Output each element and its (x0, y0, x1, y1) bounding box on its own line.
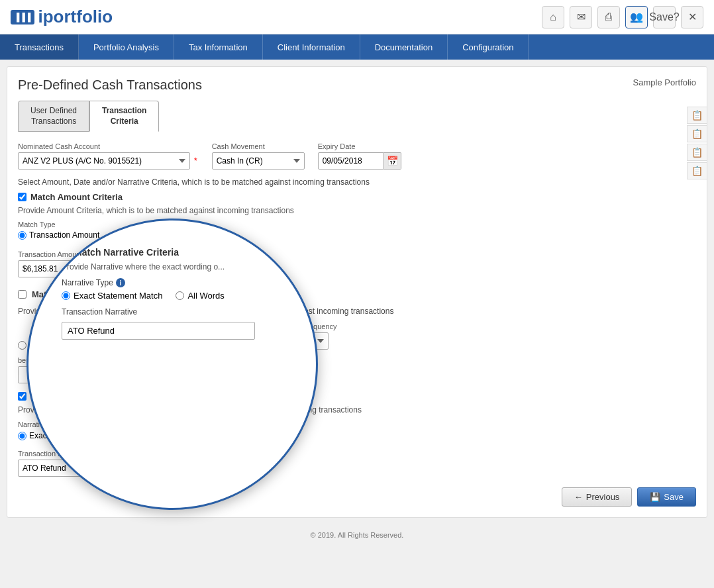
close-icon: ✕ (688, 11, 697, 23)
radio-transaction-amount-text: Transaction Amount (29, 230, 99, 240)
print-icon: ⎙ (605, 11, 612, 23)
close-button[interactable]: ✕ (681, 6, 703, 28)
mag-match-narrative-text: Provide Narrative where the exact wordin… (62, 261, 289, 273)
match-amount-checkbox[interactable] (18, 193, 26, 201)
help-button[interactable]: Save ? (653, 6, 676, 28)
help-text: ? (674, 11, 680, 23)
nominated-account-label: Nominated Cash Account (18, 142, 199, 150)
nav-portfolio-analysis[interactable]: Portfolio Analysis (79, 34, 174, 60)
mag-radio-all-words[interactable] (176, 291, 184, 300)
cash-movement-select[interactable]: Cash In (CR) (212, 152, 305, 170)
nav-configuration[interactable]: Configuration (448, 34, 529, 60)
form-row-1: Nominated Cash Account ANZ V2 PLUS (A/C … (18, 142, 696, 170)
help-icon: Save (649, 11, 673, 23)
doc-icon-4: 📋 (691, 166, 703, 176)
calendar-icon: 📅 (387, 156, 398, 166)
sidebar-doc-3[interactable]: 📋 (687, 144, 707, 161)
home-button[interactable]: ⌂ (542, 6, 564, 28)
radio-transaction-amount[interactable] (18, 231, 26, 240)
mag-narrative-type-info[interactable]: i (116, 278, 125, 287)
expiry-date-group: Expiry Date 📅 (318, 142, 401, 170)
nav-transactions[interactable]: Transactions (0, 34, 79, 60)
mag-narrative-type-label-wrap: Narrative Type i (62, 278, 289, 287)
nav-client-information[interactable]: Client Information (263, 34, 360, 60)
cash-movement-label: Cash Movement (212, 142, 305, 150)
mag-match-narrative-title: Match Narrative Criteria (74, 247, 179, 258)
page-header: Pre-Defined Cash Transactions Sample Por… (18, 77, 696, 93)
page-title: Pre-Defined Cash Transactions (18, 77, 202, 93)
save-button[interactable]: 💾 Save (637, 487, 696, 507)
footer-text: © 2019. All Rights Reserved. (311, 531, 404, 539)
expiry-date-input[interactable] (318, 152, 384, 170)
tab-bar: User Defined Transactions Transaction Cr… (18, 101, 696, 132)
logo-text: iportfolio (38, 7, 113, 27)
expiry-date-label: Expiry Date (318, 142, 401, 150)
sidebar-doc-4[interactable]: 📋 (687, 162, 707, 179)
sidebar-doc-2[interactable]: 📋 (687, 125, 707, 142)
mag-narrative-type-label: Narrative Type (62, 278, 113, 287)
match-narrative-checkbox[interactable] (18, 392, 26, 401)
tab-user-defined[interactable]: User Defined Transactions (18, 101, 89, 132)
match-amount-text: Provide Amount Criteria, which is to be … (18, 206, 696, 215)
users-button[interactable]: 👥 (625, 6, 648, 28)
calendar-button[interactable]: 📅 (384, 152, 401, 170)
doc-icon-3: 📋 (691, 147, 703, 158)
sidebar-doc-1[interactable]: 📋 (687, 107, 707, 124)
match-amount-title: Match Amount Criteria (30, 192, 123, 202)
match-amount-header: Match Amount Criteria (18, 192, 696, 202)
mail-icon: ✉ (577, 11, 586, 23)
portfolio-name: Sample Portfolio (633, 77, 696, 87)
mag-radio-all-words-text: All Words (187, 291, 224, 301)
footer: © 2019. All Rights Reserved. (0, 524, 714, 546)
sidebar-icons: 📋 📋 📋 📋 (687, 107, 707, 179)
home-icon: ⌂ (550, 11, 556, 23)
mag-transaction-narrative-input[interactable] (62, 322, 255, 340)
mag-transaction-narrative-label: Transaction Narrative (62, 307, 289, 317)
mag-radio-exact-text: Exact Statement Match (74, 291, 162, 301)
nav-documentation[interactable]: Documentation (360, 34, 448, 60)
doc-icon-2: 📋 (691, 128, 703, 139)
print-button[interactable]: ⎙ (597, 6, 620, 28)
mag-radio-exact-label[interactable]: Exact Statement Match (62, 291, 162, 301)
save-icon: 💾 (650, 492, 660, 502)
required-asterisk-1: * (194, 156, 197, 166)
doc-icon-1: 📋 (691, 110, 703, 121)
previous-button[interactable]: ← ← Previous Previous (562, 487, 633, 507)
tab-transaction-criteria[interactable]: Transaction Criteria (89, 101, 159, 132)
mag-radio-exact[interactable] (62, 291, 70, 300)
header-icons: ⌂ ✉ ⎙ 👥 Save ? ✕ (542, 6, 703, 28)
mail-button[interactable]: ✉ (570, 6, 592, 28)
top-header: ▐▐▐ iportfolio ⌂ ✉ ⎙ 👥 Save ? ✕ (0, 0, 714, 34)
match-date-checkbox[interactable] (18, 290, 26, 299)
cash-movement-group: Cash Movement Cash In (CR) (212, 142, 305, 170)
magnifier-overlay: Match Narrative Criteria Provide Narrati… (26, 219, 318, 510)
nav-tax-information[interactable]: Tax Information (174, 34, 263, 60)
expiry-date-wrap: 📅 (318, 152, 401, 170)
users-icon: 👥 (630, 11, 643, 23)
radio-num-transactions[interactable] (18, 341, 26, 350)
logo: ▐▐▐ iportfolio (11, 7, 113, 27)
mag-transaction-narrative-group: Transaction Narrative (62, 307, 289, 340)
logo-icon: ▐▐▐ (11, 10, 34, 24)
mag-radio-all-words-label[interactable]: All Words (176, 291, 224, 301)
nav-bar: Transactions Portfolio Analysis Tax Info… (0, 34, 714, 60)
match-type-label: Match Type (18, 220, 696, 228)
nominated-account-select[interactable]: ANZ V2 PLUS (A/C No. 9015521) (18, 152, 190, 170)
magnifier-content: Match Narrative Criteria Provide Narrati… (62, 247, 289, 481)
arrow-left-icon: ← (574, 492, 583, 502)
select-criteria-text: Select Amount, Date and/or Narrative Cri… (18, 177, 696, 187)
radio-transaction-amount-label[interactable]: Transaction Amount (18, 230, 99, 240)
radio-exact-match[interactable] (18, 432, 26, 440)
mag-match-narrative-header: Match Narrative Criteria (62, 247, 289, 258)
mag-narrative-radios: Exact Statement Match All Words (62, 291, 289, 301)
nominated-account-group: Nominated Cash Account ANZ V2 PLUS (A/C … (18, 142, 199, 170)
